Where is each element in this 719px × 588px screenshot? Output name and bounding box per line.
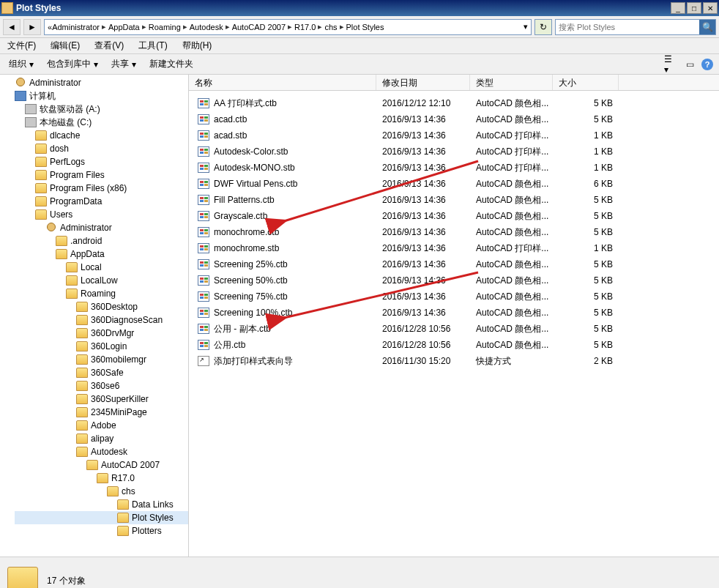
file-row[interactable]: Screening 50%.ctb2016/9/13 14:36AutoCAD … <box>189 272 719 289</box>
file-type: AutoCAD 颜色相... <box>470 178 553 190</box>
tree-item[interactable]: 360se6 <box>15 379 188 392</box>
refresh-button[interactable]: ↻ <box>534 19 552 35</box>
tree-item[interactable]: chs <box>15 485 188 498</box>
column-type[interactable]: 类型 <box>470 75 553 90</box>
organize-button[interactable]: 组织 ▾ <box>6 56 37 72</box>
file-row[interactable]: Fill Patterns.ctb2016/9/13 14:36AutoCAD … <box>189 192 719 208</box>
tree-item[interactable]: 360Desktop <box>15 300 188 313</box>
tree-item-label: 360DiagnoseScan <box>91 315 163 325</box>
include-library-button[interactable]: 包含到库中 ▾ <box>44 56 101 72</box>
new-folder-button[interactable]: 新建文件夹 <box>146 56 196 72</box>
tree-item[interactable]: 2345MiniPage <box>15 406 188 419</box>
tree-item[interactable]: 软盘驱动器 (A:) <box>15 103 188 116</box>
file-row[interactable]: Screening 75%.ctb2016/9/13 14:36AutoCAD … <box>189 289 719 305</box>
file-row[interactable]: Grayscale.ctb2016/9/13 14:36AutoCAD 颜色相.… <box>189 208 719 224</box>
menu-item[interactable]: 查看(V) <box>92 38 127 53</box>
tree-item[interactable]: AutoCAD 2007 <box>15 458 188 472</box>
file-row[interactable]: monochrome.stb2016/9/13 14:36AutoCAD 打印样… <box>189 240 719 256</box>
file-row[interactable]: Autodesk-MONO.stb2016/9/13 14:36AutoCAD … <box>189 160 719 176</box>
view-options-icon[interactable]: ☰ ▾ <box>663 58 678 71</box>
breadcrumb-segment[interactable]: AppData <box>108 23 140 31</box>
titlebar[interactable]: Plot Styles _ □ ✕ <box>0 0 719 16</box>
tree-item[interactable]: Plot Styles <box>15 511 188 524</box>
tree-item[interactable]: Program Files (x86) <box>15 182 188 195</box>
breadcrumb-segment[interactable]: R17.0 <box>294 23 316 31</box>
breadcrumb-segment[interactable]: AutoCAD 2007 <box>232 23 286 31</box>
folder-icon <box>97 473 108 483</box>
tree-item[interactable]: Program Files <box>15 168 188 182</box>
tree-item[interactable]: alipay <box>15 432 188 445</box>
tree-panel[interactable]: Administrator计算机软盘驱动器 (A:)本地磁盘 (C:)dlcac… <box>0 75 189 557</box>
file-row[interactable]: 公用.ctb2016/12/28 10:56AutoCAD 颜色相...5 KB <box>189 337 719 353</box>
tree-item[interactable]: ProgramData <box>15 195 188 208</box>
breadcrumb-segment[interactable]: Roaming <box>149 23 181 31</box>
file-row[interactable]: 公用 - 副本.ctb2016/12/28 10:56AutoCAD 颜色相..… <box>189 321 719 337</box>
tree-item[interactable]: Autodesk <box>15 445 188 458</box>
breadcrumb-segment[interactable]: Administrator <box>52 23 100 31</box>
tree-item[interactable]: Administrator <box>15 76 188 89</box>
folder-icon <box>76 420 88 431</box>
tree-item[interactable]: Plotters <box>15 524 188 537</box>
tree-item[interactable]: Local <box>15 261 188 274</box>
tree-item[interactable]: 计算机 <box>15 89 188 103</box>
file-row[interactable]: acad.ctb2016/9/13 14:36AutoCAD 颜色相...5 K… <box>189 111 719 127</box>
tree-item[interactable]: 360mobilemgr <box>15 353 188 366</box>
tree-item[interactable]: AppData <box>15 248 188 261</box>
breadcrumb[interactable]: « Administrator▸AppData▸Roaming▸Autodesk… <box>44 19 532 35</box>
tree-item-label: Users <box>50 209 72 220</box>
menu-item[interactable]: 工具(T) <box>135 38 170 53</box>
tree-item[interactable]: 360DrvMgr <box>15 327 188 340</box>
file-row[interactable]: acad.stb2016/9/13 14:36AutoCAD 打印样...1 K… <box>189 127 719 144</box>
preview-pane-icon[interactable]: ▭ <box>682 58 697 71</box>
folder-icon <box>1 2 13 14</box>
tree-item[interactable]: 360Safe <box>15 366 188 379</box>
column-name[interactable]: 名称 <box>189 75 376 90</box>
file-row[interactable]: Autodesk-Color.stb2016/9/13 14:36AutoCAD… <box>189 144 719 160</box>
tree-item[interactable]: .android <box>15 234 188 248</box>
tree-item-label: Data Links <box>132 499 174 510</box>
file-row[interactable]: Screening 25%.ctb2016/9/13 14:36AutoCAD … <box>189 256 719 272</box>
breadcrumb-segment[interactable]: chs <box>324 23 337 31</box>
tree-item[interactable]: Adobe <box>15 419 188 432</box>
tree-item-label: dosh <box>50 144 69 154</box>
forward-button[interactable]: ► <box>23 19 41 35</box>
search-button[interactable]: 🔍 <box>699 20 715 34</box>
tree-item[interactable]: Roaming <box>15 287 188 300</box>
tree-item[interactable]: PerfLogs <box>15 155 188 168</box>
tree-item[interactable]: 360DiagnoseScan <box>15 313 188 327</box>
breadcrumb-segment[interactable]: Autodesk <box>190 23 223 31</box>
back-button[interactable]: ◄ <box>3 19 21 35</box>
close-button[interactable]: ✕ <box>703 2 718 14</box>
file-row[interactable]: Screening 100%.ctb2016/9/13 14:36AutoCAD… <box>189 305 719 321</box>
tree-item[interactable]: Data Links <box>15 498 188 511</box>
tree-item[interactable]: dosh <box>15 142 188 155</box>
help-icon[interactable]: ? <box>701 59 713 70</box>
menu-item[interactable]: 文件(F) <box>4 38 39 53</box>
maximize-button[interactable]: □ <box>687 2 701 14</box>
tree-item[interactable]: dlcache <box>15 129 188 142</box>
menu-item[interactable]: 帮助(H) <box>179 38 215 53</box>
tree-item[interactable]: Users <box>15 208 188 221</box>
file-type: AutoCAD 颜色相... <box>470 323 553 335</box>
tree-item[interactable]: 本地磁盘 (C:) <box>15 116 188 129</box>
tree-item[interactable]: R17.0 <box>15 472 188 485</box>
folder-icon <box>76 447 88 457</box>
share-button[interactable]: 共享 ▾ <box>108 56 139 72</box>
folder-icon <box>76 302 88 312</box>
breadcrumb-segment[interactable]: Plot Styles <box>346 23 384 31</box>
column-size[interactable]: 大小 <box>553 75 619 90</box>
search-input[interactable] <box>556 23 699 31</box>
tree-item[interactable]: LocalLow <box>15 274 188 287</box>
file-row[interactable]: monochrome.ctb2016/9/13 14:36AutoCAD 颜色相… <box>189 224 719 240</box>
file-row[interactable]: 添加打印样式表向导2016/11/30 15:20快捷方式2 KB <box>189 353 719 369</box>
command-bar: 组织 ▾ 包含到库中 ▾ 共享 ▾ 新建文件夹 ☰ ▾ ▭ ? <box>0 54 719 75</box>
file-row[interactable]: DWF Virtual Pens.ctb2016/9/13 14:36AutoC… <box>189 176 719 192</box>
tree-item[interactable]: 360Login <box>15 340 188 353</box>
status-text: 17 个对象 <box>47 575 86 587</box>
tree-item[interactable]: 360SuperKiller <box>15 392 188 406</box>
tree-item[interactable]: Administrator <box>15 221 188 234</box>
minimize-button[interactable]: _ <box>671 2 685 14</box>
menu-item[interactable]: 编辑(E) <box>48 38 83 53</box>
column-date[interactable]: 修改日期 <box>376 75 470 90</box>
file-row[interactable]: AA 打印样式.ctb2016/12/12 12:10AutoCAD 颜色相..… <box>189 95 719 111</box>
